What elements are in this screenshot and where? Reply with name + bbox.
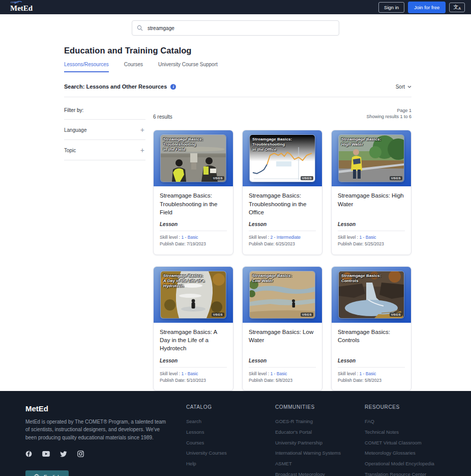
filter-by-label: Filter by: <box>64 107 145 120</box>
results-header: 6 results Page 1 Showing results 1 to 6 <box>153 107 411 120</box>
divider <box>160 231 227 231</box>
footer-link-goes-r[interactable]: GOES-R Training <box>275 418 365 425</box>
twitter-icon[interactable] <box>60 451 67 457</box>
skill-level: Skill level : 1 - Basic <box>338 371 405 377</box>
publish-date: Publish Date: 5/8/2023 <box>338 377 405 384</box>
footer-link-model-encyclopedia[interactable]: Operational Model Encyclopedia <box>365 460 461 467</box>
card-body: Streamgage Basics: Low Water Lesson Skil… <box>243 323 322 390</box>
filter-label-language: Language <box>64 127 87 133</box>
section-title-text: Search: Lessons and Other Resources <box>64 83 167 90</box>
footer-communities-column: COMMUNITIES GOES-R Training Educator's P… <box>275 404 365 476</box>
card-title: Streamgage Basics: Controls <box>338 328 405 356</box>
youtube-icon[interactable] <box>42 451 50 457</box>
filter-group-language[interactable]: Language + <box>64 120 145 140</box>
footer-link-technical-notes[interactable]: Technical Notes <box>365 429 461 436</box>
publish-date: Publish Date: 7/19/2023 <box>160 241 227 247</box>
comet-swoosh-icon <box>14 1 22 4</box>
footer-link-educators-portal[interactable]: Educator's Portal <box>275 429 365 436</box>
thumbnail-title: Streamgage Basics:Troubleshootingin the … <box>163 137 203 152</box>
usgs-badge: USGS <box>212 313 224 317</box>
footer-link-help[interactable]: Help <box>186 460 275 467</box>
catalog-tabs: Lessons/Resources Courses University Cou… <box>64 62 411 72</box>
skill-level: Skill level : 2 - Intermediate <box>249 234 316 241</box>
filter-label-topic: Topic <box>64 148 76 153</box>
divider <box>64 97 411 97</box>
lesson-card-day-in-life-hydrotech[interactable]: Streamgage Basics:A Day in the Life of a… <box>153 266 233 391</box>
footer-link-search[interactable]: Search <box>186 418 275 425</box>
plus-icon: + <box>140 126 144 133</box>
search-input[interactable] <box>132 20 339 36</box>
search-bar <box>132 20 339 36</box>
footer-link-asmet[interactable]: ASMET <box>275 460 365 467</box>
card-title: Streamgage Basics: Low Water <box>249 328 316 356</box>
translate-icon: 文A <box>453 4 461 10</box>
chevron-down-icon <box>407 86 411 88</box>
sort-label: Sort <box>396 84 405 90</box>
card-type: Lesson <box>249 221 316 227</box>
card-body: Streamgage Basics: Controls Lesson Skill… <box>332 323 411 390</box>
lesson-card-low-water[interactable]: Streamgage Basics:Low Water USGS Streamg… <box>242 266 322 391</box>
lesson-card-high-water[interactable]: Streamgage Basics:High Water USGS Stream… <box>331 130 411 255</box>
meted-wordmark: MetEd <box>10 4 33 12</box>
footer-heading-communities: COMMUNITIES <box>275 404 365 410</box>
translate-button[interactable]: 文A <box>449 3 465 12</box>
lesson-card-controls[interactable]: Streamgage Basics:Controls USGS Streamga… <box>331 266 411 391</box>
tab-courses[interactable]: Courses <box>124 62 143 72</box>
footer-heading-catalog: CATALOG <box>186 404 275 410</box>
top-navbar: COMET MetEd Sign in Join for free 文A <box>0 0 471 14</box>
language-button[interactable]: English <box>25 470 69 476</box>
tab-university-course-support[interactable]: University Course Support <box>158 62 218 72</box>
skill-level: Skill level : 1 - Basic <box>160 371 227 377</box>
card-body: Streamgage Basics: A Day in the Life of … <box>154 323 233 390</box>
page-title: Education and Training Catalog <box>64 46 411 55</box>
card-body: Streamgage Basics: High Water Lesson Ski… <box>332 186 411 254</box>
lesson-card-troubleshooting-office[interactable]: Streamgage Basics:Troubleshootingin the … <box>242 130 322 255</box>
join-for-free-button[interactable]: Join for free <box>408 2 446 13</box>
footer-social-row <box>25 451 168 457</box>
card-body: Streamgage Basics: Troubleshooting in th… <box>243 186 322 254</box>
card-title: Streamgage Basics: Troubleshooting in th… <box>160 191 227 219</box>
sort-dropdown[interactable]: Sort <box>396 84 411 90</box>
meted-logo[interactable]: COMET MetEd <box>10 2 33 12</box>
footer-link-courses[interactable]: Courses <box>186 439 275 446</box>
section-header-row: Search: Lessons and Other Resources i So… <box>64 83 411 90</box>
page-number: Page 1 <box>366 107 411 114</box>
results-count: 6 results <box>153 114 172 120</box>
card-title: Streamgage Basics: High Water <box>338 191 405 219</box>
usgs-badge: USGS <box>212 176 224 180</box>
usgs-badge: USGS <box>301 176 313 180</box>
thumbnail-title: Streamgage Basics:Troubleshootingin the … <box>252 137 292 152</box>
facebook-icon[interactable] <box>25 451 32 457</box>
topbar-actions: Sign in Join for free 文A <box>378 2 465 13</box>
thumbnail-title: Streamgage Basics:High Water <box>341 137 381 147</box>
footer-link-lessons[interactable]: Lessons <box>186 429 275 436</box>
tab-lessons-resources[interactable]: Lessons/Resources <box>64 62 109 72</box>
card-title: Streamgage Basics: Troubleshooting in th… <box>249 191 316 219</box>
filter-sidebar: Filter by: Language + Topic + <box>64 107 145 391</box>
footer-catalog-column: CATALOG Search Lessons Courses Universit… <box>186 404 275 476</box>
results-grid: Streamgage Basics:Troubleshootingin the … <box>153 130 411 391</box>
footer-link-intl-warning-systems[interactable]: International Warning Systems <box>275 450 365 457</box>
footer-link-meteorology-glossaries[interactable]: Meteorology Glossaries <box>365 450 461 457</box>
sign-in-button[interactable]: Sign in <box>378 2 404 13</box>
search-icon <box>137 25 143 31</box>
card-media: Streamgage Basics:High Water USGS <box>332 130 411 186</box>
thumbnail-title: Streamgage Basics:Controls <box>341 273 381 284</box>
thumbnail-title: Streamgage Basics:A Day in the Life of a… <box>163 273 204 289</box>
instagram-icon[interactable] <box>77 451 84 457</box>
usgs-badge: USGS <box>390 176 402 180</box>
card-type: Lesson <box>249 358 316 363</box>
globe-icon <box>34 474 40 476</box>
footer-link-translation-resource-center[interactable]: Translation Resource Center <box>365 471 461 476</box>
footer-link-university-partnership[interactable]: University Partnership <box>275 439 365 446</box>
filter-group-topic[interactable]: Topic + <box>64 140 145 160</box>
card-media: Streamgage Basics:Troubleshootingin the … <box>243 130 322 186</box>
lesson-card-troubleshooting-field[interactable]: Streamgage Basics:Troubleshootingin the … <box>153 130 233 255</box>
footer-brand: MetEd <box>25 404 168 413</box>
footer-link-comet-virtual-classroom[interactable]: COMET Virtual Classroom <box>365 439 461 446</box>
footer-link-broadcast-meteorology[interactable]: Broadcast Meteorology <box>275 471 365 476</box>
footer-link-university-courses[interactable]: University Courses <box>186 450 275 457</box>
info-icon[interactable]: i <box>170 84 176 90</box>
card-body: Streamgage Basics: Troubleshooting in th… <box>154 186 233 254</box>
footer-link-faq[interactable]: FAQ <box>365 418 461 425</box>
